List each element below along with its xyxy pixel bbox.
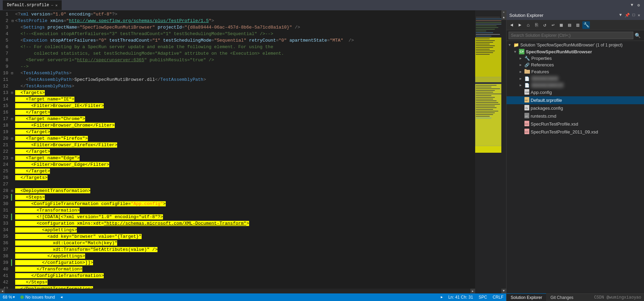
se-pin-btn[interactable]: 📌	[624, 12, 631, 18]
se-search-button[interactable]: 🔍	[633, 32, 642, 39]
se-tab-solution-explorer[interactable]: Solution Explorer	[507, 293, 546, 301]
se-forward-btn[interactable]: ►	[516, 21, 524, 29]
se-node-properties[interactable]: ► 🔧 Properties	[507, 55, 644, 62]
se-blurred2-label: blurred_item_2	[531, 83, 564, 88]
project-expand-arrow-icon: ▼	[513, 50, 519, 54]
references-icon: 🔗	[524, 63, 530, 67]
scroll-left-btn[interactable]: ◄	[0, 289, 5, 293]
srprofile-svg-icon: SRP	[524, 97, 529, 103]
solution-explorer-panel: Solution Explorer ▼ 📌 □ ✕ ◄ ► ⌂ ⎘ ↺ ↩ ▦ …	[506, 10, 644, 301]
se-search-input[interactable]	[509, 32, 633, 39]
se-header: Solution Explorer ▼ 📌 □ ✕	[507, 10, 644, 20]
project-icon: C#	[519, 49, 524, 54]
se-view2-btn[interactable]: ▤	[566, 21, 573, 29]
pin-icon[interactable]: —	[51, 3, 53, 7]
expand-icon[interactable]: ⊟	[11, 19, 14, 23]
wrench-icon: 🔧	[524, 56, 530, 61]
se-node-features[interactable]: ► Features	[507, 68, 644, 75]
appconfig-file-icon: XML	[524, 89, 529, 96]
srprofile-file-icon: SRP	[524, 97, 529, 104]
hscroll-right-btn[interactable]: ►	[441, 295, 443, 299]
scroll-right-btn[interactable]: ►	[470, 289, 475, 293]
se-node-blurred-1[interactable]: ► 📄 blurred_item	[507, 75, 644, 82]
se-undo-btn[interactable]: ↩	[549, 21, 557, 29]
se-refresh-btn[interactable]: ↺	[541, 21, 549, 29]
svg-text:cmd: cmd	[525, 115, 528, 117]
horizontal-scrollbar[interactable]: ◄ ►	[0, 289, 475, 293]
pkgconfig-svg-icon: cfg	[524, 105, 529, 110]
hscroll-track[interactable]	[5, 289, 470, 293]
svg-text:cfg: cfg	[525, 107, 528, 109]
se-node-appconfig[interactable]: ► XML App.config	[507, 88, 644, 96]
se-node-blurred-2[interactable]: ► 📄 blurred_item_2	[507, 82, 644, 88]
expand-icon-2[interactable]: ⊟	[11, 71, 13, 75]
appconfig-svg-icon: XML	[524, 89, 529, 95]
folder-svg-icon	[524, 69, 530, 74]
settings-icon[interactable]: ⚙	[636, 3, 641, 8]
minimap: +	[475, 10, 506, 293]
expand-arrow-icon: ▼	[508, 43, 513, 47]
svg-rect-8	[476, 29, 495, 30]
se-node-xsd2[interactable]: ► XSD SpecRunTestProfile_2011_09.xsd	[507, 128, 644, 136]
expand-icon-6[interactable]: ⊟	[11, 156, 13, 160]
svg-rect-22	[476, 52, 493, 53]
hscroll-thumb[interactable]	[64, 296, 439, 298]
xsd2-file-icon: XSD	[524, 129, 529, 135]
se-node-packages-config[interactable]: ► cfg packages.config	[507, 104, 644, 112]
svg-rect-18	[476, 45, 495, 46]
se-xsd2-label: SpecRunTestProfile_2011_09.xsd	[531, 129, 598, 135]
expand-icon-3[interactable]: ⊟	[11, 90, 13, 95]
se-tree: ▼ 📁 Solution 'SpecflowSpecRunMutiBrowser…	[507, 41, 644, 293]
svg-rect-7	[476, 27, 498, 28]
se-back-btn[interactable]: ◄	[508, 21, 515, 29]
expand-icon-4[interactable]: ⊟	[11, 117, 13, 121]
svg-rect-19	[476, 47, 493, 48]
references-collapse-icon: ►	[519, 63, 524, 67]
features-collapse-icon: ►	[519, 70, 524, 74]
se-node-solution[interactable]: ▼ 📁 Solution 'SpecflowSpecRunMutiBrowser…	[507, 42, 644, 48]
expand-icon-5[interactable]: ⊟	[11, 136, 13, 141]
minimap-scroll-up-btn[interactable]: +	[501, 10, 506, 15]
scroll-down-btn[interactable]: ▼	[501, 289, 506, 293]
se-tab-git-label: Git Changes	[550, 295, 573, 300]
se-home-btn[interactable]: ⌂	[524, 21, 532, 29]
se-copy-btn[interactable]: ⎘	[533, 21, 540, 29]
zoom-value: 68 %	[3, 295, 12, 300]
svg-rect-23	[476, 54, 490, 55]
hscroll-area[interactable]: ◄ ►	[60, 295, 442, 299]
main-layout: 1 2 3 4 5 6 7 8 9 10 11 12 13 14	[0, 10, 644, 301]
se-dropdown-btn[interactable]: ▼	[618, 12, 623, 18]
se-features-label: Features	[531, 69, 549, 74]
svg-rect-12	[476, 36, 491, 36]
dropdown-arrow-icon[interactable]: ▼	[630, 3, 635, 8]
se-maximize-btn[interactable]: □	[632, 12, 636, 18]
hscroll-left-btn[interactable]: ◄	[60, 295, 62, 299]
scroll-up-btn[interactable]: ▲	[501, 15, 506, 20]
se-node-default-srprofile[interactable]: ► SRP Default.srprofile	[507, 96, 644, 104]
svg-text:SRP: SRP	[525, 99, 528, 101]
expand-icon-7[interactable]: ⊟	[11, 189, 13, 193]
vertical-scrollbar[interactable]: ▲ ▼	[501, 15, 506, 293]
se-node-project[interactable]: ▼ C# SpecflowSpecRunMutiBrowser	[507, 48, 644, 55]
zoom-control[interactable]: 68 % ▼	[3, 295, 15, 300]
se-settings-btn[interactable]: 🔧	[582, 21, 590, 29]
se-tab-git-changes[interactable]: Git Changes	[546, 293, 577, 301]
svg-rect-2	[476, 19, 503, 19]
se-close-btn[interactable]: ✕	[637, 12, 641, 18]
svg-rect-4	[476, 22, 503, 23]
se-node-references[interactable]: ► 🔗 References	[507, 62, 644, 68]
zoom-dropdown-icon[interactable]: ▼	[13, 295, 15, 299]
se-view3-btn[interactable]: ▥	[574, 21, 582, 29]
close-icon[interactable]: ✕	[55, 3, 58, 8]
code-editor-content[interactable]: <?xml version="1.0" encoding="utf-8"?> <…	[14, 10, 475, 289]
se-tab-right-label: CSDN @wumingxiaoyao	[591, 294, 644, 301]
se-node-xsd1[interactable]: ► XSD SpecRunTestProfile.xsd	[507, 120, 644, 128]
se-bottom-tabs: Solution Explorer Git Changes CSDN @wumi…	[507, 293, 644, 301]
runtests-expand-icon: ►	[519, 114, 524, 118]
vscroll-track[interactable]	[501, 20, 506, 289]
se-node-runtests[interactable]: ► cmd runtests.cmd	[507, 112, 644, 120]
editor-tab[interactable]: Default.srprofile — ✕	[3, 0, 62, 10]
se-references-label: References	[531, 62, 554, 67]
se-view1-btn[interactable]: ▦	[558, 21, 565, 29]
appconfig-expand-icon: ►	[519, 90, 524, 94]
